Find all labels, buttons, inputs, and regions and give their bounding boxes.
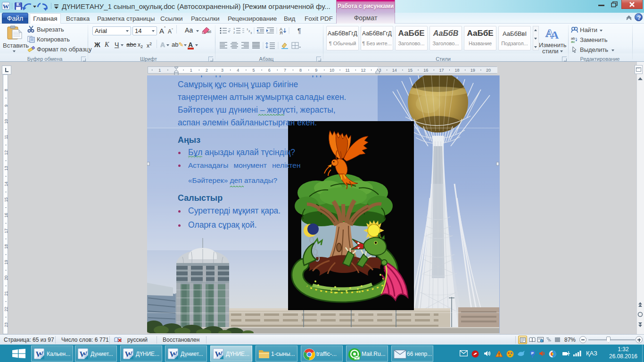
svg-text:8: 8 xyxy=(4,89,8,91)
svg-text:12: 12 xyxy=(4,150,8,155)
svg-text:P: P xyxy=(531,351,534,355)
svg-text:10: 10 xyxy=(330,68,334,73)
svg-text:20: 20 xyxy=(4,275,8,280)
svg-text:11: 11 xyxy=(4,135,8,139)
svg-text:2: 2 xyxy=(233,31,235,34)
svg-text:9: 9 xyxy=(315,68,317,73)
svg-text:23: 23 xyxy=(4,322,8,327)
svg-text:12: 12 xyxy=(361,68,365,73)
svg-text:13: 13 xyxy=(4,166,8,171)
svg-text:аб: аб xyxy=(207,30,211,34)
svg-text:18: 18 xyxy=(455,68,460,73)
svg-text:2: 2 xyxy=(206,68,208,73)
svg-text:W: W xyxy=(3,3,9,10)
svg-text:20: 20 xyxy=(486,68,491,73)
svg-text:14: 14 xyxy=(392,68,397,73)
svg-text:1: 1 xyxy=(233,27,235,30)
svg-text:15: 15 xyxy=(4,197,8,202)
svg-text:15: 15 xyxy=(408,68,413,73)
svg-text:¶: ¶ xyxy=(297,27,301,34)
svg-text:10: 10 xyxy=(4,119,8,123)
svg-text:1: 1 xyxy=(158,68,161,73)
svg-text:18: 18 xyxy=(4,244,8,249)
svg-text:14: 14 xyxy=(4,181,8,186)
svg-text:6: 6 xyxy=(268,68,271,73)
svg-text:22: 22 xyxy=(4,307,8,312)
svg-text:А: А xyxy=(551,29,559,40)
svg-text:3: 3 xyxy=(250,32,252,34)
svg-text:3: 3 xyxy=(221,68,223,73)
svg-text:21: 21 xyxy=(4,291,8,296)
svg-text:19: 19 xyxy=(4,260,8,264)
svg-text:17: 17 xyxy=(439,68,444,73)
svg-text:4: 4 xyxy=(237,68,239,73)
svg-text:8: 8 xyxy=(299,68,302,73)
svg-text:16: 16 xyxy=(423,68,428,73)
svg-text:ac: ac xyxy=(571,40,575,43)
svg-text:Я: Я xyxy=(280,31,283,34)
svg-text:5: 5 xyxy=(252,68,255,73)
svg-text:17: 17 xyxy=(4,229,8,233)
svg-text:19: 19 xyxy=(471,68,475,73)
svg-text:16: 16 xyxy=(4,213,8,218)
svg-text:11: 11 xyxy=(346,68,350,73)
svg-text:9: 9 xyxy=(4,105,8,107)
svg-text:7: 7 xyxy=(284,68,286,73)
svg-text:1: 1 xyxy=(190,68,192,73)
